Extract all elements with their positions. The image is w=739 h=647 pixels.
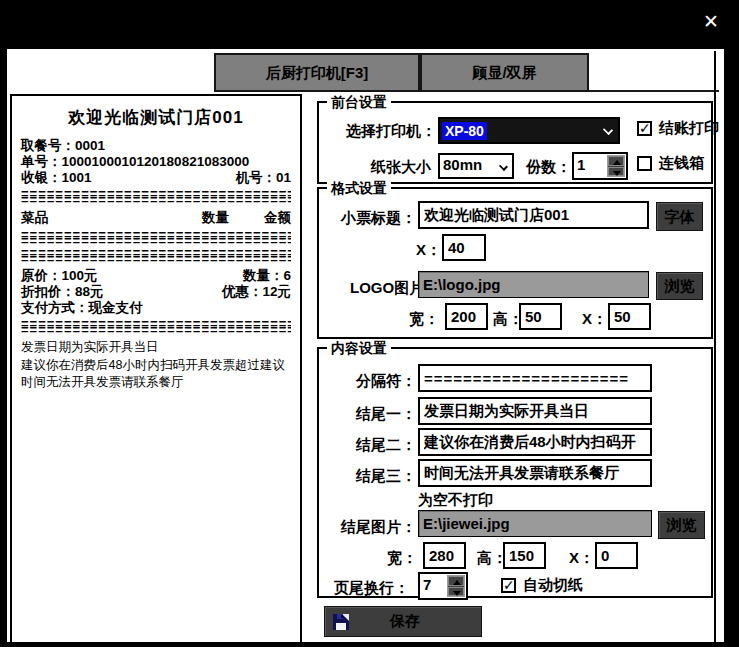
footer1-input[interactable] <box>418 397 652 425</box>
paper-size-value: 80mn <box>443 156 482 173</box>
logo-x-label: X： <box>582 310 607 329</box>
footer3-label: 结尾三： <box>331 467 416 486</box>
footer-x-input[interactable] <box>595 542 638 569</box>
frame-line <box>714 51 716 642</box>
front-settings-title: 前台设置 <box>327 93 391 111</box>
save-button-label: 保存 <box>349 612 461 631</box>
printer-selected-value: XP-80 <box>442 122 487 140</box>
format-settings-group: 格式设置 小票标题： 字体 X： LOGO图片 浏览 宽： 高： X： <box>317 187 713 339</box>
tab-customer-display[interactable]: 顾显/双屏 <box>420 53 589 92</box>
footer1-label: 结尾一： <box>331 405 416 424</box>
divider-input[interactable] <box>418 364 652 392</box>
receipt-note-line: 建议你在消费后48小时内扫码开具发票超过建议 <box>21 357 291 375</box>
footer-image-path-input[interactable] <box>418 510 652 537</box>
receipt-discount-price: 折扣价：88元 <box>21 284 104 300</box>
paper-size-combobox[interactable]: 80mn <box>438 153 514 179</box>
auto-cut-checkbox[interactable]: ✓ 自动切纸 <box>501 576 583 595</box>
receipt-title: 欢迎光临测试门店001 <box>21 106 291 129</box>
logo-image-label: LOGO图片 <box>350 279 424 298</box>
checkbox-unchecked-icon <box>637 156 652 171</box>
cash-drawer-checkbox[interactable]: 连钱箱 <box>637 154 704 173</box>
spin-up-icon[interactable] <box>448 576 464 586</box>
receipt-separator: ================================= ======… <box>21 250 291 262</box>
receipt-title-input[interactable] <box>418 201 649 229</box>
cash-drawer-label: 连钱箱 <box>659 154 704 173</box>
receipt-separator: ================================= ======… <box>21 191 291 203</box>
logo-path-input[interactable] <box>418 271 649 298</box>
frame-line <box>589 90 719 92</box>
checkbox-checked-icon: ✓ <box>637 121 652 136</box>
footer-image-label: 结尾图片： <box>331 518 416 537</box>
receipt-separator: ================================= ======… <box>21 321 291 333</box>
receipt-note-line: 发票日期为实际开具当日 <box>21 339 291 357</box>
divider-label: 分隔符： <box>331 372 416 391</box>
receipt-col-qty: 数量 <box>167 209 229 227</box>
save-button[interactable]: 保存 <box>324 606 482 637</box>
footer-width-label: 宽： <box>387 549 417 568</box>
receipt-title-label: 小票标题： <box>331 209 416 228</box>
logo-height-input[interactable] <box>519 303 562 330</box>
checkout-print-checkbox[interactable]: ✓ 结账打印 <box>637 119 719 138</box>
auto-cut-label: 自动切纸 <box>523 576 583 595</box>
checkbox-checked-icon: ✓ <box>501 578 516 593</box>
receipt-preview: 欢迎光临测试门店001 取餐号：0001 单号：1000100010120180… <box>10 94 302 644</box>
floppy-disk-icon <box>333 614 349 630</box>
printer-select-combobox[interactable]: XP-80 <box>438 117 620 144</box>
receipt-note-line: 时间无法开具发票请联系餐厅 <box>21 374 291 392</box>
footer3-input[interactable] <box>418 459 652 487</box>
title-x-input[interactable] <box>442 234 486 261</box>
front-settings-group: 前台设置 选择打印机： XP-80 ✓ 结账打印 纸张大小 80mn 份数： 1… <box>317 101 713 184</box>
content-settings-group: 内容设置 分隔符： 结尾一： 结尾二： 结尾三： 为空不打印 结尾图片： 浏览 … <box>317 347 713 598</box>
logo-browse-button[interactable]: 浏览 <box>656 272 703 300</box>
chevron-down-icon <box>603 125 613 135</box>
receipt-cashier: 收银：1001 <box>21 170 92 186</box>
receipt-orig-price: 原价：100元 <box>21 268 98 284</box>
logo-width-label: 宽： <box>409 310 439 329</box>
footer-height-input[interactable] <box>503 542 546 569</box>
receipt-payment: 支付方式：现金支付 <box>21 300 291 316</box>
main-panel: 后厨打印机[F3] 顾显/双屏 欢迎光临测试门店001 取餐号：0001 单号：… <box>5 47 726 644</box>
footer2-input[interactable] <box>418 428 652 456</box>
receipt-col-item: 菜品 <box>21 209 167 227</box>
receipt-pickup-no: 取餐号：0001 <box>21 138 291 154</box>
footer2-label: 结尾二： <box>331 436 416 455</box>
copies-value: 1 <box>577 156 585 173</box>
chevron-down-icon <box>499 162 508 171</box>
title-x-label: X： <box>416 241 441 260</box>
footer-x-label: X： <box>569 549 594 568</box>
receipt-separator: ================================= ======… <box>21 232 291 244</box>
receipt-discount: 优惠：12元 <box>222 284 291 300</box>
spin-down-icon[interactable] <box>608 167 624 177</box>
checkout-print-label: 结账打印 <box>659 119 719 138</box>
printer-select-label: 选择打印机： <box>331 122 436 141</box>
spin-down-icon[interactable] <box>448 587 464 597</box>
spin-up-icon[interactable] <box>608 156 624 166</box>
footer-width-input[interactable] <box>423 542 466 569</box>
receipt-order-no: 单号：1000100010120180821083000 <box>21 154 291 170</box>
paper-size-label: 纸张大小 <box>371 158 431 177</box>
logo-width-input[interactable] <box>445 303 488 330</box>
empty-hint-label: 为空不打印 <box>418 491 493 510</box>
copies-label: 份数： <box>526 158 571 177</box>
logo-x-input[interactable] <box>608 303 651 330</box>
receipt-qty: 数量：6 <box>243 268 291 284</box>
title-bar: ✕ <box>0 0 739 47</box>
receipt-machine-no: 机号：01 <box>235 170 291 186</box>
page-break-stepper[interactable]: 7 <box>418 572 468 600</box>
receipt-col-amount: 金额 <box>229 209 291 227</box>
content-settings-title: 内容设置 <box>327 339 391 357</box>
tab-kitchen-printer[interactable]: 后厨打印机[F3] <box>214 53 420 92</box>
format-settings-title: 格式设置 <box>327 179 391 197</box>
page-break-value: 7 <box>423 576 431 593</box>
font-button[interactable]: 字体 <box>656 202 703 231</box>
page-break-label: 页尾换行： <box>334 579 409 598</box>
footer-image-browse-button[interactable]: 浏览 <box>658 511 705 539</box>
copies-stepper[interactable]: 1 <box>572 152 628 180</box>
close-icon[interactable]: ✕ <box>699 10 723 34</box>
